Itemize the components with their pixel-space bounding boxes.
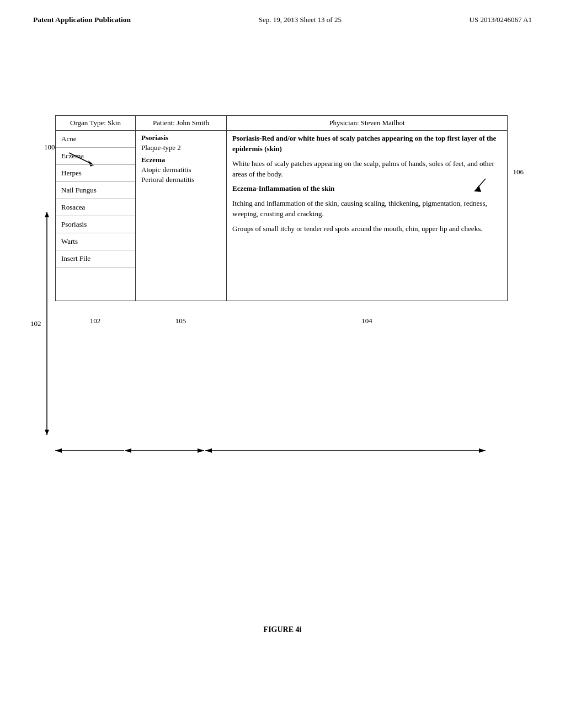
main-table-wrapper: Organ Type: Skin Patient: John Smith Phy… <box>55 115 526 301</box>
left-item-nail-fungus[interactable]: Nail Fungus <box>56 182 135 199</box>
page-container: Patent Application Publication Sep. 19, … <box>0 0 565 728</box>
svg-marker-13 <box>479 448 486 453</box>
middle-eczema: Eczema <box>141 156 221 164</box>
left-item-herpes[interactable]: Herpes <box>56 165 135 182</box>
left-item-eczema[interactable]: Eczema <box>56 148 135 165</box>
ref-102-left: 102 <box>30 319 41 328</box>
middle-perioral: Perioral dermatitis <box>141 175 221 184</box>
header-col-organ: Organ Type: Skin <box>56 116 136 131</box>
svg-marker-11 <box>125 448 131 453</box>
ref-100: 100 <box>44 143 55 152</box>
bottom-labels: 102 105 104 <box>55 317 508 325</box>
table-row: Acne Eczema Herpes Nail Fungus Rosacea P… <box>56 131 508 301</box>
main-table: Organ Type: Skin Patient: John Smith Phy… <box>55 115 508 301</box>
right-para1: Psoriasis-Red and/or white hues of scaly… <box>232 133 502 154</box>
figure-caption: FIGURE 4i <box>0 625 565 634</box>
svg-marker-5 <box>45 212 49 217</box>
right-para3-body: Itching and inflammation of the skin, ca… <box>232 199 502 220</box>
right-para2: White hues of scaly patches appearing on… <box>232 159 502 180</box>
header-left: Patent Application Publication <box>33 15 131 24</box>
middle-psoriasis: Psoriasis <box>141 133 221 142</box>
left-item-insert-file[interactable]: Insert File <box>56 250 135 267</box>
middle-column-cell: Psoriasis Plaque-type 2 Eczema Atopic de… <box>136 131 227 301</box>
left-column-cell: Acne Eczema Herpes Nail Fungus Rosacea P… <box>56 131 136 301</box>
bottom-label-102: 102 <box>55 317 135 325</box>
header-center: Sep. 19, 2013 Sheet 13 of 25 <box>259 15 342 24</box>
svg-marker-8 <box>55 448 62 453</box>
left-item-warts[interactable]: Warts <box>56 233 135 250</box>
bottom-label-105: 105 <box>135 317 226 325</box>
svg-marker-14 <box>205 448 212 453</box>
diagram-area: 100 106 102 Organ Type: Skin Patient: Jo… <box>33 115 532 612</box>
table-header-row: Organ Type: Skin Patient: John Smith Phy… <box>56 116 508 131</box>
middle-plaque: Plaque-type 2 <box>141 143 221 152</box>
svg-marker-6 <box>45 430 49 435</box>
left-item-acne[interactable]: Acne <box>56 131 135 148</box>
svg-marker-10 <box>198 448 204 453</box>
bottom-label-104: 104 <box>226 317 508 325</box>
right-para4: Groups of small itchy or tender red spot… <box>232 224 502 234</box>
header-col-physician: Physician: Steven Mailhot <box>227 116 508 131</box>
right-para3-header: Eczema-Inflammation of the skin <box>232 184 334 192</box>
right-column-cell: Psoriasis-Red and/or white hues of scaly… <box>227 131 508 301</box>
middle-atopic: Atopic dermatitis <box>141 165 221 174</box>
header-right: US 2013/0246067 A1 <box>470 15 532 24</box>
page-header: Patent Application Publication Sep. 19, … <box>0 0 565 30</box>
left-item-psoriasis[interactable]: Psoriasis <box>56 216 135 233</box>
header-col-patient: Patient: John Smith <box>136 116 227 131</box>
left-item-rosacea[interactable]: Rosacea <box>56 199 135 216</box>
